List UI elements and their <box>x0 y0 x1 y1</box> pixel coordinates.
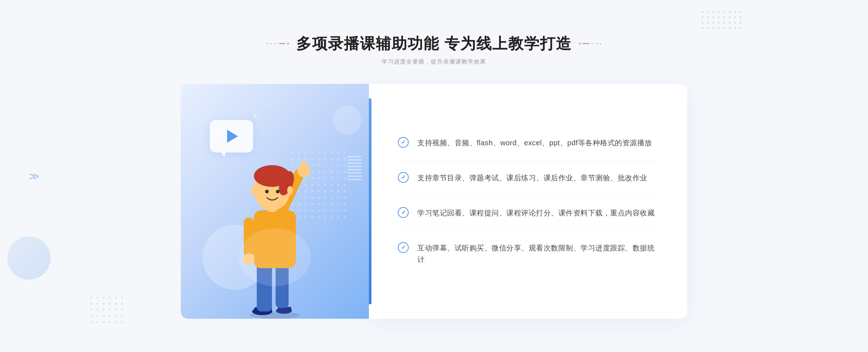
feature-text-3: 学习笔记回看、课程提问、课程评论打分、课件资料下载，重点内容收藏 <box>417 207 655 219</box>
checkmark: ✓ <box>401 139 406 145</box>
header-deco-right <box>579 43 601 44</box>
feature-text-2: 支持章节目录、弹题考试、课后练习、课后作业、章节测验、批改作业 <box>417 172 647 184</box>
illustration-area: ✦ ✦ <box>181 84 369 319</box>
bg-dots-bottom-left <box>90 297 123 323</box>
feature-item: ✓ 互动弹幕、试听购买、微信分享、观看次数限制、学习进度跟踪、数据统计 <box>398 231 658 277</box>
deco-dot <box>579 43 581 44</box>
feature-text-1: 支持视频、音频、flash、word、excel、ppt、pdf等各种格式的资源… <box>417 137 652 149</box>
deco-line <box>591 43 595 44</box>
deco-line <box>279 43 285 44</box>
header-title-row: 多项录播课辅助功能 专为线上教学打造 <box>267 34 601 54</box>
vertical-stripes <box>347 156 362 180</box>
feature-item: ✓ 学习笔记回看、课程提问、课程评论打分、课件资料下载，重点内容收藏 <box>398 196 658 231</box>
check-icon-3: ✓ <box>398 207 409 218</box>
content-section: ✦ ✦ <box>181 84 687 319</box>
left-deco-circle <box>7 236 51 280</box>
svg-point-17 <box>265 190 269 193</box>
deco-dot <box>596 43 598 44</box>
features-card: ✓ 支持视频、音频、flash、word、excel、ppt、pdf等各种格式的… <box>369 84 687 319</box>
deco-dot <box>287 43 289 44</box>
deco-line <box>273 43 277 44</box>
bg-dots-top-right <box>702 11 741 29</box>
feature-item: ✓ 支持章节目录、弹题考试、课后练习、课后作业、章节测验、批改作业 <box>398 160 658 196</box>
svg-point-21 <box>239 228 311 286</box>
deco-circle-small <box>333 106 362 134</box>
svg-point-20 <box>287 186 293 195</box>
spark-decoration-1: ✦ <box>253 113 258 119</box>
check-icon-4: ✓ <box>398 242 409 253</box>
svg-point-18 <box>276 190 280 193</box>
deco-line <box>583 43 589 44</box>
page-subtitle: 学习进度全掌握，提升录播课教学效果 <box>267 58 601 66</box>
checkmark: ✓ <box>401 245 406 250</box>
feature-item: ✓ 支持视频、音频、flash、word、excel、ppt、pdf等各种格式的… <box>398 125 658 160</box>
blue-accent-bar <box>369 98 371 304</box>
feature-text-4: 互动弹幕、试听购买、微信分享、观看次数限制、学习进度跟踪、数据统计 <box>417 242 658 265</box>
header-deco-left <box>267 43 289 44</box>
page-wrapper: ≫ 多项录播课辅助功能 专为线上教学打造 学习进度全掌握，提升录播课教学效果 <box>0 0 868 352</box>
deco-dot <box>600 43 601 44</box>
check-icon-1: ✓ <box>398 137 409 148</box>
deco-dot <box>270 43 272 44</box>
deco-dot <box>267 43 268 44</box>
page-title: 多项录播课辅助功能 专为线上教学打造 <box>296 34 572 54</box>
spark-decoration-2: ✦ <box>268 102 271 106</box>
checkmark: ✓ <box>401 175 406 180</box>
person-illustration <box>224 131 326 319</box>
checkmark: ✓ <box>401 210 406 215</box>
left-arrow-decoration: ≫ <box>29 170 39 182</box>
check-icon-2: ✓ <box>398 172 409 183</box>
header-section: 多项录播课辅助功能 专为线上教学打造 学习进度全掌握，提升录播课教学效果 <box>267 34 601 66</box>
svg-point-19 <box>251 186 257 195</box>
svg-rect-10 <box>302 160 306 172</box>
